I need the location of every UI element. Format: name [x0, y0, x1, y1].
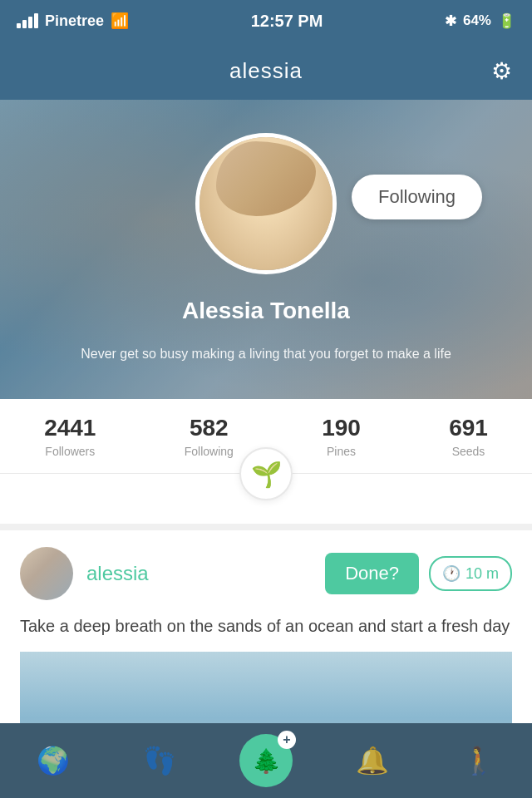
- nav-add[interactable]: +: [213, 734, 319, 787]
- settings-icon[interactable]: ⚙: [491, 57, 512, 85]
- carrier-label: Pinetree: [45, 12, 104, 30]
- bell-icon: 🔔: [356, 745, 389, 776]
- seeds-label: Seeds: [452, 445, 485, 458]
- status-left: Pinetree 📶: [17, 12, 129, 30]
- timer-badge: 🕐 10 m: [429, 556, 512, 591]
- post-header: alessia Done? 🕐 10 m: [20, 547, 512, 600]
- profile-name: Alessia Tonella: [182, 298, 350, 324]
- following-button[interactable]: Following: [352, 175, 482, 219]
- app-header: alessia ⚙: [0, 42, 532, 100]
- timer-value: 10 m: [466, 565, 499, 583]
- footprints-icon: 👣: [143, 745, 176, 776]
- stat-seeds[interactable]: 691 Seeds: [449, 415, 488, 458]
- nav-activity[interactable]: 👣: [106, 745, 213, 776]
- bottom-nav: 🌍 👣 + 🔔 🚶: [0, 723, 532, 798]
- hiker-icon: 🚶: [462, 745, 495, 776]
- post-text: Take a deep breath on the sands of an oc…: [20, 613, 512, 638]
- time-display: 12:57 PM: [251, 12, 323, 31]
- battery-label: 64%: [463, 12, 491, 29]
- profile-header: Following Alessia Tonella Never get so b…: [0, 100, 532, 399]
- post-user: alessia: [20, 547, 149, 600]
- globe-icon: 🌍: [37, 745, 70, 776]
- nav-explore[interactable]: 🌍: [0, 745, 106, 776]
- bluetooth-icon: ✱: [445, 12, 456, 30]
- seeds-count: 691: [449, 415, 488, 441]
- add-button[interactable]: +: [239, 734, 293, 787]
- pines-label: Pines: [327, 445, 356, 458]
- avatar-image: [200, 137, 332, 270]
- battery-icon: 🔋: [498, 12, 515, 30]
- done-button[interactable]: Done?: [325, 553, 419, 594]
- sprout-divider: 🌱: [0, 474, 532, 524]
- stat-following[interactable]: 582 Following: [185, 415, 234, 458]
- stat-pines[interactable]: 190 Pines: [322, 415, 361, 458]
- status-bar: Pinetree 📶 12:57 PM ✱ 64% 🔋: [0, 0, 532, 42]
- stat-followers[interactable]: 2441 Followers: [44, 415, 96, 458]
- nav-profile[interactable]: 🚶: [426, 745, 532, 776]
- followers-count: 2441: [44, 415, 96, 441]
- nav-notifications[interactable]: 🔔: [319, 745, 426, 776]
- post-username[interactable]: alessia: [86, 562, 149, 585]
- sprout-icon: 🌱: [239, 447, 293, 500]
- following-count: 582: [190, 415, 229, 441]
- wifi-icon: 📶: [111, 12, 129, 30]
- followers-label: Followers: [45, 445, 95, 458]
- profile-bio: Never get so busy making a living that y…: [58, 344, 474, 364]
- plus-icon: +: [278, 731, 296, 749]
- pines-count: 190: [322, 415, 361, 441]
- signal-icon: [17, 13, 38, 28]
- following-label: Following: [185, 445, 234, 458]
- post-avatar: [20, 547, 73, 600]
- timer-icon: 🕐: [442, 564, 461, 583]
- post-actions: Done? 🕐 10 m: [325, 553, 512, 594]
- status-right: ✱ 64% 🔋: [445, 12, 515, 30]
- avatar: [195, 133, 337, 274]
- page-title: alessia: [229, 58, 303, 84]
